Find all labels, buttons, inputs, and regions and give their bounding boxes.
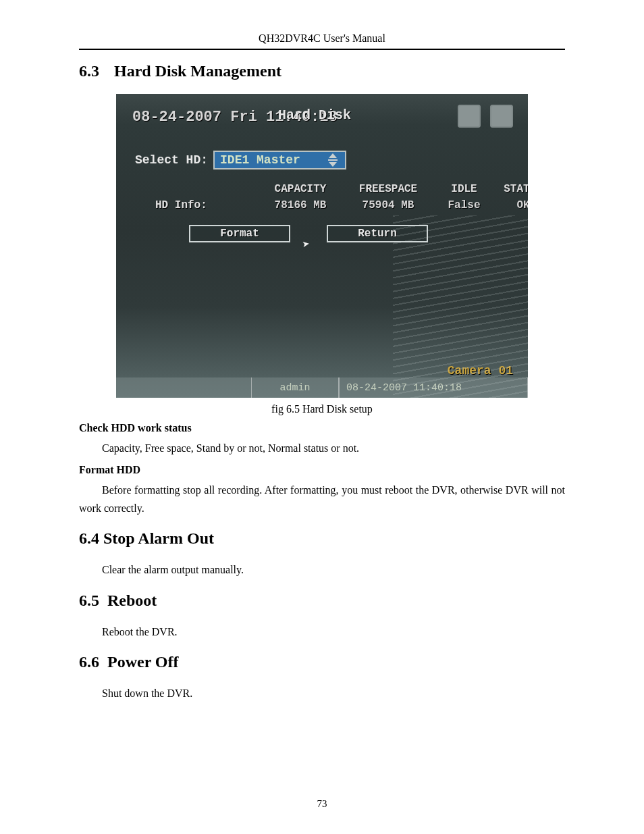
section-6-5-number: 6.5 (79, 592, 99, 610)
hd-info-table: CAPACITY FREESPACE IDLE STATUS HD Info: … (155, 183, 508, 211)
val-status: OK (496, 199, 528, 211)
format-button[interactable]: Format (189, 225, 290, 242)
section-6-4-heading: 6.4 Stop Alarm Out (79, 529, 565, 548)
select-hd-label: Select HD: (135, 153, 208, 167)
section-6-3-title: Hard Disk Management (114, 62, 281, 80)
figure-6-5-caption: fig 6.5 Hard Disk setup (79, 403, 565, 415)
check-hdd-text: Capacity, Free space, Stand by or not, N… (79, 440, 565, 457)
dvr-status-bar: admin 08-24-2007 11:40:18 (116, 377, 528, 398)
row-label: HD Info: (155, 199, 257, 211)
section-6-6-text: Shut down the DVR. (79, 685, 565, 702)
page-header: QH32DVR4C User's Manual (79, 32, 565, 50)
section-6-3-number: 6.3 (79, 62, 99, 80)
format-hdd-heading: Format HDD (79, 464, 565, 476)
page-number: 73 (0, 798, 644, 810)
section-6-5-text: Reboot the DVR. (79, 623, 565, 641)
check-hdd-heading: Check HDD work status (79, 422, 565, 434)
section-6-6-title: Power Off (107, 653, 179, 671)
section-6-3-heading: 6.3Hard Disk Management (79, 62, 565, 80)
section-6-6-heading: 6.6Power Off (79, 653, 565, 671)
dvr-screenshot: 08-24-2007 Fri 11:40:18 Hard Disk Select… (116, 94, 528, 398)
section-6-4-text: Clear the alarm output manually. (79, 561, 565, 579)
return-button[interactable]: Return (327, 225, 428, 242)
format-hdd-text: Before formatting stop all recording. Af… (79, 481, 565, 517)
mouse-icon[interactable] (490, 105, 513, 128)
select-hd-value: IDE1 Master (220, 153, 300, 167)
dvr-dialog-title: Hard Disk (278, 107, 351, 123)
val-idle: False (432, 199, 496, 211)
figure-6-5: 08-24-2007 Fri 11:40:18 Hard Disk Select… (79, 94, 565, 400)
col-freespace: FREESPACE (344, 183, 432, 195)
val-capacity: 78166 MB (257, 199, 344, 211)
section-6-5-title: Reboot (107, 592, 157, 609)
section-6-4-title: 6.4 Stop Alarm Out (79, 529, 214, 547)
section-6-6-number: 6.6 (79, 653, 99, 671)
val-freespace: 75904 MB (344, 199, 432, 211)
col-capacity: CAPACITY (257, 183, 344, 195)
camera-label: Camera 01 (448, 364, 513, 377)
section-6-5-heading: 6.5Reboot (79, 592, 565, 610)
col-status: STATUS (496, 183, 528, 195)
col-idle: IDLE (432, 183, 496, 195)
spinner-icon[interactable] (327, 154, 338, 166)
status-user: admin (251, 377, 339, 398)
keypad-icon[interactable] (458, 105, 481, 128)
status-datetime: 08-24-2007 11:40:18 (339, 377, 528, 398)
select-hd-dropdown[interactable]: IDE1 Master (213, 151, 346, 170)
